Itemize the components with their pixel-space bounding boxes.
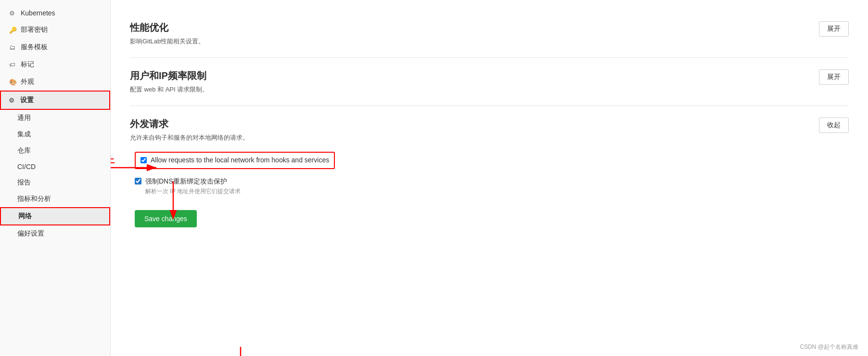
allow-local-checkbox[interactable]	[140, 157, 147, 163]
kubernetes-icon: ⚙	[9, 10, 17, 17]
template-icon: 🗂	[9, 44, 17, 51]
sidebar-subitem-network[interactable]: 网络	[0, 207, 110, 225]
sidebar-label-labels: 标记	[21, 60, 34, 69]
sidebar-label-kubernetes: Kubernetes	[21, 9, 55, 17]
performance-title-area: 性能优化 影响GitLab性能相关设置。	[130, 21, 819, 46]
rate-limit-expand-button[interactable]: 展开	[819, 69, 849, 85]
sidebar-label-deploy-keys: 部署密钥	[21, 26, 48, 34]
enforce-dns-item: 强制DNS重新绑定攻击保护 解析一次 IP 地址并使用它们提交请求	[135, 177, 849, 196]
rate-limit-title-area: 用户和IP频率限制 配置 web 和 API 请求限制。	[130, 69, 819, 94]
sidebar-item-appearance[interactable]: 🎨 外观	[0, 73, 110, 91]
sidebar-item-service-template[interactable]: 🗂 服务模板	[0, 39, 110, 56]
appearance-icon: 🎨	[9, 79, 17, 86]
save-changes-button[interactable]: Save changes	[135, 210, 197, 227]
sidebar-subitem-metrics[interactable]: 指标和分析	[0, 191, 110, 207]
main-content: 性能优化 影响GitLab性能相关设置。 展开 用户和IP频率限制 配置 web…	[111, 0, 868, 356]
sidebar-subitem-preferences[interactable]: 偏好设置	[0, 225, 110, 242]
enforce-dns-label[interactable]: 强制DNS重新绑定攻击保护	[145, 177, 227, 185]
sidebar-subitem-reports[interactable]: 报告	[0, 174, 110, 191]
sidebar-item-kubernetes[interactable]: ⚙ Kubernetes	[0, 5, 110, 21]
sidebar-sublabel-metrics: 指标和分析	[17, 195, 51, 203]
outbound-title: 外发请求	[130, 118, 819, 131]
sidebar-sublabel-repository: 仓库	[17, 146, 31, 155]
performance-header: 性能优化 影响GitLab性能相关设置。 展开	[130, 21, 849, 46]
enforce-dns-sub: 解析一次 IP 地址并使用它们提交请求	[145, 187, 241, 196]
sidebar-sublabel-general: 通用	[17, 114, 31, 122]
sidebar-sublabel-network: 网络	[18, 212, 32, 221]
label-icon: 🏷	[9, 61, 17, 68]
sidebar-label-settings: 设置	[20, 96, 34, 105]
sidebar-subitem-cicd[interactable]: CI/CD	[0, 159, 110, 174]
rate-limit-title: 用户和IP频率限制	[130, 69, 819, 82]
annotation-text: √上	[111, 154, 115, 166]
save-area: Save changes	[135, 205, 849, 227]
outbound-collapse-button[interactable]: 收起	[819, 118, 849, 133]
sidebar-item-deploy-keys[interactable]: 🔑 部署密钥	[0, 21, 110, 39]
sidebar-subitem-integrations[interactable]: 集成	[0, 126, 110, 143]
sidebar-item-settings[interactable]: ⚙ 设置	[0, 91, 110, 110]
rate-limit-desc: 配置 web 和 API 请求限制。	[130, 85, 819, 94]
allow-local-checkbox-container: Allow requests to the local network from…	[135, 152, 335, 169]
performance-section: 性能优化 影响GitLab性能相关设置。 展开	[130, 10, 849, 58]
watermark: CSDN @起个名称真难	[800, 343, 858, 351]
sidebar: ⚙ Kubernetes 🔑 部署密钥 🗂 服务模板 🏷 标记 🎨 外观 ⚙ 设…	[0, 0, 111, 356]
sidebar-sublabel-preferences: 偏好设置	[17, 229, 44, 238]
sidebar-subitem-repository[interactable]: 仓库	[0, 143, 110, 159]
rate-limit-header: 用户和IP频率限制 配置 web 和 API 请求限制。 展开	[130, 69, 849, 94]
allow-local-label[interactable]: Allow requests to the local network from…	[151, 156, 329, 165]
sidebar-subitem-general[interactable]: 通用	[0, 110, 110, 126]
sidebar-label-appearance: 外观	[21, 78, 34, 86]
outbound-header: 外发请求 允许来自钩子和服务的对本地网络的请求。 收起	[130, 118, 849, 142]
performance-title: 性能优化	[130, 21, 819, 34]
sidebar-sublabel-reports: 报告	[17, 178, 31, 187]
arrow-ext-svg	[226, 347, 255, 356]
outbound-desc: 允许来自钩子和服务的对本地网络的请求。	[130, 133, 819, 142]
performance-desc: 影响GitLab性能相关设置。	[130, 37, 819, 46]
performance-expand-button[interactable]: 展开	[819, 21, 849, 37]
enforce-dns-label-container: 强制DNS重新绑定攻击保护 解析一次 IP 地址并使用它们提交请求	[145, 177, 241, 196]
settings-icon: ⚙	[9, 97, 16, 104]
outbound-title-area: 外发请求 允许来自钩子和服务的对本地网络的请求。	[130, 118, 819, 142]
sidebar-item-labels[interactable]: 🏷 标记	[0, 56, 110, 73]
outbound-section: 外发请求 允许来自钩子和服务的对本地网络的请求。 收起 √上 Allow req…	[130, 106, 849, 239]
sidebar-label-service-template: 服务模板	[21, 43, 48, 52]
sidebar-sublabel-cicd: CI/CD	[17, 163, 36, 171]
key-icon: 🔑	[9, 26, 17, 34]
sidebar-sublabel-integrations: 集成	[17, 130, 31, 139]
rate-limit-section: 用户和IP频率限制 配置 web 和 API 请求限制。 展开	[130, 58, 849, 106]
enforce-dns-checkbox[interactable]	[135, 178, 141, 185]
